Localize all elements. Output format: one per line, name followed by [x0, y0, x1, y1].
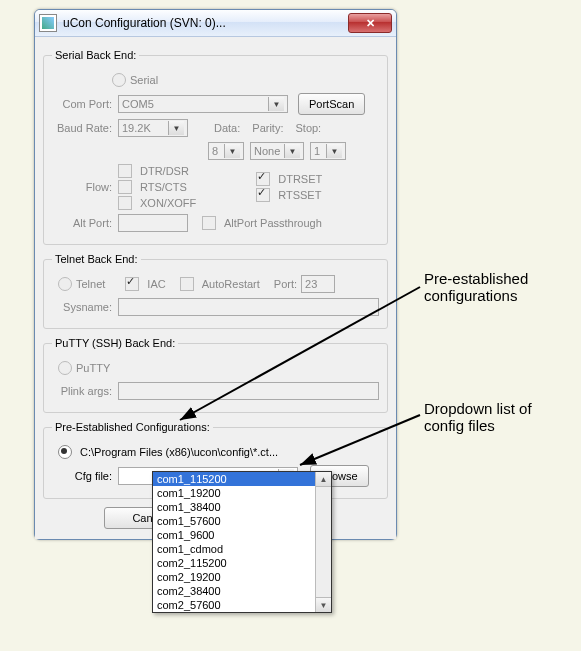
chevron-down-icon: ▼ — [284, 144, 300, 158]
dropdown-item[interactable]: com1_cdmod — [153, 542, 331, 556]
data-combo[interactable]: 8▼ — [208, 142, 244, 160]
serial-group: Serial Back End: Serial Com Port: COM5 ▼… — [43, 49, 388, 245]
dropdown-item[interactable]: com1_9600 — [153, 528, 331, 542]
portscan-button[interactable]: PortScan — [298, 93, 365, 115]
chevron-down-icon: ▼ — [268, 97, 284, 111]
telnet-group: Telnet Back End: Telnet IAC AutoRestart … — [43, 253, 388, 329]
altport-input[interactable] — [118, 214, 188, 232]
cfg-label: Cfg file: — [52, 470, 118, 482]
altport-pass-checkbox[interactable] — [202, 216, 216, 230]
putty-group: PuTTY (SSH) Back End: PuTTY Plink args: — [43, 337, 388, 413]
scroll-down-button[interactable]: ▼ — [316, 597, 331, 612]
serial-legend: Serial Back End: — [52, 49, 139, 61]
annotation-preconf: Pre-established configurations — [424, 270, 528, 304]
plink-label: Plink args: — [52, 385, 118, 397]
sysname-input[interactable] — [118, 298, 379, 316]
com-port-combo[interactable]: COM5 ▼ — [118, 95, 288, 113]
serial-radio[interactable] — [112, 73, 126, 87]
flow-label: Flow: — [52, 181, 118, 193]
dropdown-item[interactable]: com2_57600 — [153, 598, 331, 612]
autorestart-checkbox[interactable] — [180, 277, 194, 291]
window-title: uCon Configuration (SVN: 0)... — [63, 16, 348, 30]
telnet-port-input[interactable] — [301, 275, 335, 293]
sysname-label: Sysname: — [52, 301, 118, 313]
serial-radio-label: Serial — [130, 74, 158, 86]
client-area: Serial Back End: Serial Com Port: COM5 ▼… — [35, 37, 396, 539]
annotation-dropdown: Dropdown list of config files — [424, 400, 532, 434]
dropdown-item[interactable]: com2_115200 — [153, 556, 331, 570]
chevron-down-icon: ▼ — [168, 121, 184, 135]
stop-combo[interactable]: 1▼ — [310, 142, 346, 160]
parity-label: Parity: — [252, 122, 283, 134]
app-icon — [39, 14, 57, 32]
scrollbar[interactable]: ▲ ▼ — [315, 472, 331, 612]
flow-xon-checkbox[interactable] — [118, 196, 132, 210]
scroll-up-button[interactable]: ▲ — [316, 472, 331, 487]
config-window: uCon Configuration (SVN: 0)... ✕ Serial … — [34, 9, 397, 540]
dropdown-item[interactable]: com1_57600 — [153, 514, 331, 528]
dropdown-item[interactable]: com1_19200 — [153, 486, 331, 500]
com-port-label: Com Port: — [52, 98, 118, 110]
stop-label: Stop: — [295, 122, 321, 134]
altport-label: Alt Port: — [52, 217, 118, 229]
baud-value: 19.2K — [122, 122, 151, 134]
putty-radio[interactable] — [58, 361, 72, 375]
preconf-legend: Pre-Established Configurations: — [52, 421, 213, 433]
close-icon: ✕ — [366, 17, 375, 30]
rtsset-checkbox[interactable] — [256, 188, 270, 202]
dropdown-item[interactable]: com2_19200 — [153, 570, 331, 584]
dtrset-checkbox[interactable] — [256, 172, 270, 186]
com-port-value: COM5 — [122, 98, 154, 110]
cfg-file-dropdown[interactable]: ▲ ▼ com1_115200com1_19200com1_38400com1_… — [152, 471, 332, 613]
putty-legend: PuTTY (SSH) Back End: — [52, 337, 178, 349]
dropdown-item[interactable]: com1_115200 — [153, 472, 331, 486]
dropdown-item[interactable]: com2_38400 — [153, 584, 331, 598]
baud-label: Baud Rate: — [52, 122, 118, 134]
telnet-legend: Telnet Back End: — [52, 253, 141, 265]
iac-checkbox[interactable] — [125, 277, 139, 291]
flow-dtr-checkbox[interactable] — [118, 164, 132, 178]
dropdown-item[interactable]: com1_38400 — [153, 500, 331, 514]
preconf-radio[interactable] — [58, 445, 72, 459]
chevron-down-icon: ▼ — [326, 144, 342, 158]
preconf-path: C:\Program Files (x86)\ucon\config\*.ct.… — [80, 446, 278, 458]
telnet-radio[interactable] — [58, 277, 72, 291]
baud-combo[interactable]: 19.2K ▼ — [118, 119, 188, 137]
plink-input[interactable] — [118, 382, 379, 400]
parity-combo[interactable]: None▼ — [250, 142, 304, 160]
chevron-down-icon: ▼ — [224, 144, 240, 158]
flow-rts-checkbox[interactable] — [118, 180, 132, 194]
close-button[interactable]: ✕ — [348, 13, 392, 33]
titlebar[interactable]: uCon Configuration (SVN: 0)... ✕ — [35, 10, 396, 37]
data-label: Data: — [214, 122, 240, 134]
